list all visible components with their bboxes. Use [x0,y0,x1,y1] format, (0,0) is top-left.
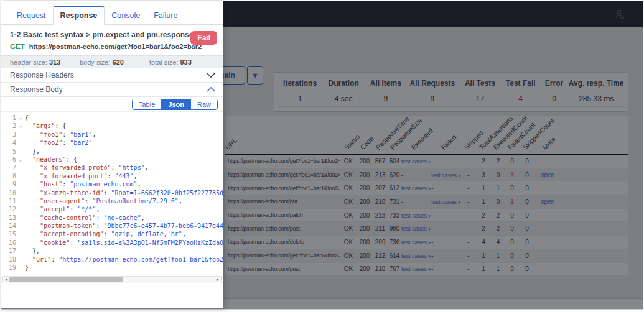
request-url-line: GEThttps://postman-echo.com/get?foo1=bar… [10,43,214,50]
code-text: "cache-control": "no-cache", [25,214,223,222]
view-mode-button-group: TableJsonRaw [132,99,218,110]
code-line: 15 "accept-encoding": "gzip, deflate, br… [1,230,223,238]
code-line: 8 "x-forwarded-port": "443", [1,172,223,180]
view-mode-raw-button[interactable]: Raw [190,99,217,109]
line-number: 14 [1,222,16,230]
line-number: 18 [1,255,16,264]
code-text: { [25,114,223,122]
code-line: 11 "user-agent": "PostmanRuntime/7.29.0"… [1,197,223,205]
tab-console[interactable]: Console [105,7,147,24]
line-number: 7 [1,163,16,172]
code-line: 12 "accept": "*/*", [1,205,223,213]
line-number: 6 [1,155,16,163]
code-line: 7 "x-forwarded-proto": "https", [1,163,223,172]
test-breadcrumb: 1-2 Basic test syntax > pm.expect and pm… [10,30,214,39]
size-value: 620 [113,58,124,66]
response-headers-section[interactable]: Response Headers [1,68,223,83]
view-mode-table-button[interactable]: Table [133,99,161,109]
code-text: "x-amzn-trace-id": "Root=1-6662f320-0bf2… [25,189,223,197]
code-text: "postman-token": "9bbc77c6-e457-4b77-beb… [25,222,223,230]
app-window: Run Again ▾ IterationsDurationAll ItemsA… [1,1,643,310]
http-method-label: GET [10,43,25,50]
response-headers-label: Response Headers [10,71,74,80]
response-body-label: Response Body [10,85,63,94]
scroll-right-arrow-icon[interactable]: ► [215,277,221,283]
fold-gutter [16,264,25,272]
code-text: "headers": { [25,155,223,163]
chevron-up-icon [207,85,215,94]
line-number: 1 [1,114,16,122]
fold-arrow-icon: ⌄ [16,122,25,130]
fail-status-badge: Fail [190,31,217,45]
scroll-left-arrow-icon[interactable]: ◄ [3,277,9,283]
fold-gutter [16,214,25,222]
line-number: 17 [1,247,16,255]
code-text: "foo1": "bar1", [25,131,223,139]
size-summary-bar: header size:313body size:620total size:9… [1,55,223,68]
fold-gutter [16,247,25,255]
line-number: 12 [1,205,16,213]
code-line: 6⌄ "headers": { [1,155,223,163]
code-line: 16 "cookie": "sails.sid=s%3A3pO1-Nf5mFM2… [1,239,223,247]
code-text: "args": { [25,122,223,130]
fold-gutter [16,131,25,139]
code-text: "accept-encoding": "gzip, deflate, br", [25,230,223,238]
code-text: "x-forwarded-port": "443", [25,172,223,180]
size-label: body size: [80,58,111,66]
code-line: 3 "foo1": "bar1", [1,131,223,139]
code-line: 10 "x-amzn-trace-id": "Root=1-6662f320-0… [1,189,223,197]
fold-gutter [16,239,25,247]
json-code-viewer[interactable]: 1⌄{2⌄ "args": {3 "foo1": "bar1",4 "foo2"… [1,112,223,275]
code-text: "foo2": "bar2" [25,139,223,147]
fold-gutter [16,139,25,147]
response-modal: RequestResponseConsoleFailure 1-2 Basic … [1,1,223,308]
size-item-0: header size:313 [10,58,80,66]
response-body-section[interactable]: Response Body [1,83,223,97]
line-number: 2 [1,122,16,130]
line-number: 9 [1,180,16,188]
fold-arrow-icon: ⌄ [16,155,25,163]
size-item-2: total size:933 [149,58,219,66]
size-value: 933 [180,58,191,66]
code-line: 5 }, [1,147,223,155]
size-label: total size: [149,58,178,66]
code-text: }, [25,247,223,255]
code-line: 14 "postman-token": "9bbc77c6-e457-4b77-… [1,222,223,230]
code-line: 4 "foo2": "bar2" [1,139,223,147]
fold-gutter [16,222,25,230]
modal-tab-bar: RequestResponseConsoleFailure [1,1,223,25]
size-value: 313 [49,58,60,66]
line-number: 8 [1,172,16,180]
line-number: 13 [1,214,16,222]
code-text: "accept": "*/*", [25,205,223,213]
size-label: header size: [10,58,47,66]
scrollbar-thumb[interactable] [9,277,123,282]
code-text: "x-forwarded-proto": "https", [25,163,223,172]
fold-gutter [16,189,25,197]
code-line: 13 "cache-control": "no-cache", [1,214,223,222]
fold-gutter [16,180,25,188]
horizontal-scrollbar[interactable]: ◄ ► [2,276,222,283]
code-text: "url": "https://postman-echo.com/get?foo… [25,255,223,264]
code-line: 1⌄{ [1,114,223,122]
line-number: 16 [1,239,16,247]
tab-failure[interactable]: Failure [147,7,184,24]
request-url: https://postman-echo.com/get?foo1=bar1&f… [29,43,202,50]
fold-gutter [16,147,25,155]
code-line: 18 "url": "https://postman-echo.com/get?… [1,255,223,264]
fold-gutter [16,163,25,172]
code-text: } [25,264,223,272]
line-number: 11 [1,197,16,205]
view-mode-json-button[interactable]: Json [161,99,190,109]
fold-arrow-icon: ⌄ [16,114,25,122]
tab-response[interactable]: Response [53,6,105,25]
code-text: "cookie": "sails.sid=s%3A3pO1-Nf5mFM2PYa… [25,239,223,247]
chevron-down-icon [207,71,215,80]
size-item-1: body size:620 [80,58,149,66]
fold-gutter [16,230,25,238]
line-number: 15 [1,230,16,238]
code-text: "user-agent": "PostmanRuntime/7.29.0", [25,197,223,205]
tab-request[interactable]: Request [10,7,53,24]
line-number: 3 [1,131,16,139]
code-line: 9 "host": "postman-echo.com", [1,180,223,188]
